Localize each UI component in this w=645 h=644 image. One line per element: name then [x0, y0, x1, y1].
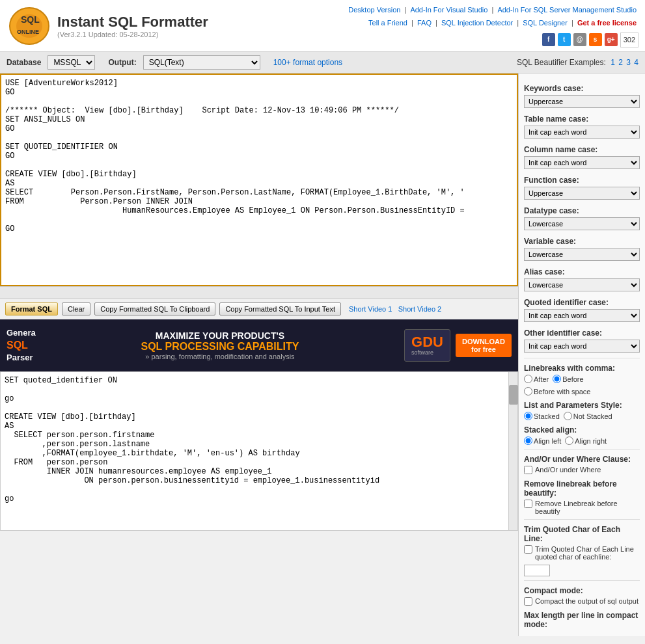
download-button[interactable]: DOWNLOADfor free	[456, 334, 512, 357]
db-label: Database	[7, 58, 41, 67]
andor-checkbox-group: And/Or under Where	[524, 466, 640, 474]
googleplus-icon[interactable]: g+	[605, 33, 618, 46]
short-video-2-link[interactable]: Short Video 2	[398, 305, 441, 313]
beautifier-link-2[interactable]: 2	[618, 58, 623, 67]
email-icon[interactable]: @	[573, 33, 586, 46]
column-name-case-label: Column name case:	[524, 145, 640, 154]
banner-right: GDU software DOWNLOADfor free	[404, 329, 512, 362]
function-case-label: Function case:	[524, 176, 640, 185]
sql-input[interactable]	[1, 75, 517, 283]
compact-mode-checkbox-label: Compact the output of sql output	[535, 597, 638, 605]
stacked-radio[interactable]	[524, 412, 532, 420]
linebreaks-after-radio[interactable]	[524, 375, 532, 383]
banner-logo-sql: SQL	[7, 340, 28, 351]
right-panel: Keywords case: UppercaseLowercaseInit ca…	[518, 74, 645, 636]
quoted-identifier-case-label: Quoted identifier case:	[524, 298, 640, 307]
align-right-label[interactable]: Align right	[565, 436, 607, 445]
logo-area: SQL ONLINE Instant SQL Formatter (Ver3.2…	[7, 7, 208, 46]
banner-gdu: GDU	[411, 335, 443, 349]
header: SQL ONLINE Instant SQL Formatter (Ver3.2…	[0, 0, 645, 52]
output-select[interactable]: SQL(Text) HTML RTF	[143, 55, 260, 70]
twitter-icon[interactable]: t	[558, 33, 571, 46]
andor-checkbox[interactable]	[524, 466, 532, 474]
format-options-link[interactable]: 100+ format options	[273, 58, 342, 67]
linebreaks-before-space-radio[interactable]	[524, 387, 532, 396]
remove-linebreak-checkbox[interactable]	[524, 500, 532, 508]
format-sql-button[interactable]: Format SQL	[5, 302, 58, 315]
linebreaks-before-label[interactable]: Before	[553, 375, 583, 383]
trim-quoted-input[interactable]: "	[524, 565, 550, 576]
quoted-identifier-case-select[interactable]: Init cap each wordUppercaseLowercaseAs i…	[524, 309, 640, 322]
clear-button[interactable]: Clear	[62, 302, 90, 315]
get-free-license-link[interactable]: Get a free license	[577, 19, 637, 27]
video-links: Short Video 1 Short Video 2	[345, 304, 441, 314]
other-identifier-case-select[interactable]: Init cap each wordUppercaseLowercaseAs i…	[524, 340, 640, 353]
column-name-case-select[interactable]: Init cap each wordUppercaseLowercaseAs i…	[524, 156, 640, 169]
addin-vs-link[interactable]: Add-In For Visual Studio	[410, 6, 487, 14]
max-length-label: Max length per line in compact mode:	[524, 611, 640, 629]
not-stacked-label[interactable]: Not Stacked	[564, 412, 612, 420]
copy-input-button[interactable]: Copy Formatted SQL To Input Text	[219, 302, 341, 315]
not-stacked-radio[interactable]	[564, 412, 572, 420]
logo-icon: SQL ONLINE	[7, 7, 52, 46]
addin-ssms-link[interactable]: Add-In For SQL Server Management Studio	[497, 6, 637, 14]
variable-case-select[interactable]: LowercaseUppercaseInit cap each wordAs i…	[524, 248, 640, 261]
banner-desc: » parsing, formatting, modification and …	[42, 353, 398, 360]
list-params-radio-group: Stacked Not Stacked	[524, 412, 640, 420]
linebreaks-before-space-label[interactable]: Before with space	[524, 387, 590, 396]
tell-friend-link[interactable]: Tell a Friend	[368, 19, 407, 27]
share-counter: 302	[620, 33, 638, 48]
trim-quoted-checkbox-group: Trim Quoted Char of Each Line quoted cha…	[524, 545, 640, 561]
output-scrollbar[interactable]	[508, 372, 517, 530]
stacked-label[interactable]: Stacked	[524, 412, 560, 420]
banner-subheadline: SQL PROCESSING CAPABILITY	[42, 341, 398, 353]
function-case-select[interactable]: UppercaseLowercaseInit cap each wordAs i…	[524, 187, 640, 200]
linebreaks-before-radio[interactable]	[553, 375, 561, 383]
scrollbar-thumb[interactable]	[509, 385, 518, 405]
beautifier-link-3[interactable]: 3	[626, 58, 631, 67]
linebreaks-after-label[interactable]: After	[524, 375, 549, 383]
align-left-label[interactable]: Align left	[524, 436, 561, 445]
align-right-radio[interactable]	[565, 436, 573, 445]
scrollbar-area[interactable]	[0, 286, 518, 298]
compact-mode-checkbox-group: Compact the output of sql output	[524, 597, 640, 606]
keywords-case-select[interactable]: UppercaseLowercaseInit cap each wordAs i…	[524, 95, 640, 108]
remove-linebreak-checkbox-label: Remove Linebreak before beautify	[535, 500, 640, 515]
table-name-case-select[interactable]: Init cap each wordUppercaseLowercaseAs i…	[524, 126, 640, 139]
beautifier-link-4[interactable]: 4	[634, 58, 638, 67]
share-icon[interactable]: s	[589, 33, 602, 46]
sql-designer-link[interactable]: SQL Designer	[523, 19, 568, 27]
alias-case-label: Alias case:	[524, 267, 640, 276]
beautifier-label: SQL Beautifier Examples: 1 2 3 4	[517, 58, 638, 67]
faq-link[interactable]: FAQ	[417, 19, 432, 27]
svg-text:ONLINE: ONLINE	[17, 29, 39, 35]
title-area: Instant SQL Formatter (Ver3.2.1 Updated:…	[57, 14, 208, 38]
facebook-icon[interactable]: f	[542, 33, 555, 46]
sql-injection-link[interactable]: SQL Injection Detector	[441, 19, 513, 27]
datatype-case-select[interactable]: LowercaseUppercaseInit cap each wordAs i…	[524, 217, 640, 230]
short-video-1-link[interactable]: Short Video 1	[349, 305, 392, 313]
main: Format SQL Clear Copy Formatted SQL To C…	[0, 74, 645, 636]
sql-output-area	[0, 371, 518, 531]
banner[interactable]: Genera SQL Parser MAXIMIZE YOUR PRODUCT'…	[0, 319, 518, 371]
trim-quoted-checkbox[interactable]	[524, 545, 532, 554]
nav-links: Desktop Version | Add-In For Visual Stud…	[346, 4, 638, 47]
trim-quoted-label: Trim Quoted Char of Each Line:	[524, 525, 640, 543]
align-left-radio[interactable]	[524, 436, 532, 445]
app-title: Instant SQL Formatter	[57, 14, 208, 31]
copy-clipboard-button[interactable]: Copy Formatted SQL To Clipboard	[94, 302, 215, 315]
beautifier-link-1[interactable]: 1	[611, 58, 615, 67]
nav-row-2: Tell a Friend | FAQ | SQL Injection Dete…	[346, 17, 638, 30]
variable-case-label: Variable case:	[524, 237, 640, 246]
remove-linebreak-label: Remove linebreak before beautify:	[524, 479, 640, 498]
banner-headline: MAXIMIZE YOUR PRODUCT'S	[42, 330, 398, 341]
compact-mode-checkbox[interactable]	[524, 597, 532, 606]
andor-checkbox-label: And/Or under Where	[535, 466, 601, 474]
db-select[interactable]: MSSQL MySQL Oracle DB2	[48, 55, 95, 70]
desktop-version-link[interactable]: Desktop Version	[348, 6, 400, 14]
alias-case-select[interactable]: LowercaseUppercaseInit cap each wordAs i…	[524, 278, 640, 291]
sql-output[interactable]	[1, 372, 508, 528]
remove-linebreak-checkbox-group: Remove Linebreak before beautify	[524, 500, 640, 515]
andor-label: And/Or under Where Clause:	[524, 455, 640, 464]
table-name-case-label: Table name case:	[524, 114, 640, 124]
